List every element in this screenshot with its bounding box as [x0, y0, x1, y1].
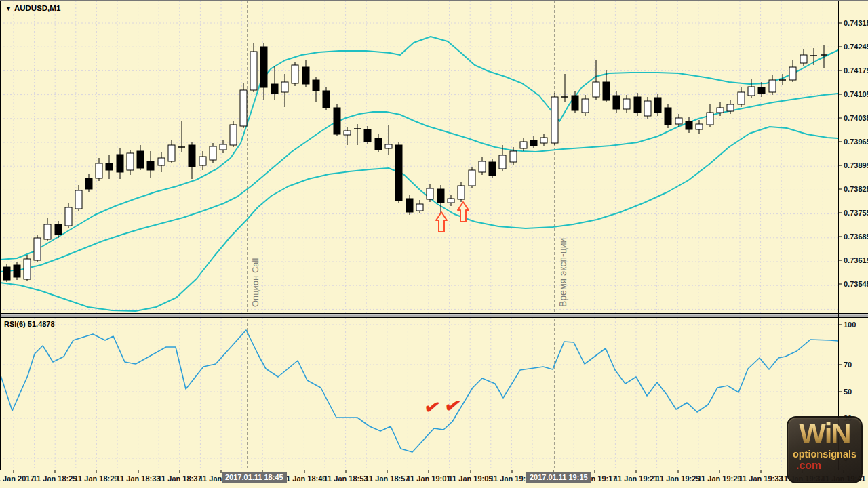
candle-body — [3, 267, 10, 280]
candle-body — [530, 140, 537, 146]
trading-terminal-chart: ✔✔0.743150.742450.741750.741050.740350.7… — [0, 0, 868, 488]
candle-body — [551, 97, 558, 143]
price-tick-label: 0.74105 — [844, 90, 868, 98]
expiry-time-line-label: Время эксп-ции — [557, 238, 568, 307]
candle-body — [96, 163, 102, 178]
time-tick-label: 11 Jan 19:01 — [407, 474, 451, 483]
time-tick-label: 11 Jan 19:21 — [614, 474, 658, 483]
candle-body — [582, 99, 589, 113]
candle-body — [158, 158, 165, 165]
winoptionsignals-logo: WiN optionsignals .com — [787, 416, 863, 483]
candle-body — [189, 145, 195, 167]
rsi-line — [0, 330, 838, 452]
candle-body — [458, 186, 465, 199]
time-tick-label: 11 Jan 19:05 — [449, 474, 493, 483]
candle-body — [65, 207, 72, 226]
candle-body — [230, 125, 237, 145]
time-tick-label: 11 Jan 19:33 — [739, 474, 783, 483]
time-tick-label: 11 Jan 18:57 — [366, 474, 410, 483]
time-tick-label: 11 Jan 18:53 — [324, 474, 368, 483]
candle-body — [748, 87, 755, 96]
candle-body — [654, 98, 661, 113]
rsi-level-label: 70 — [844, 361, 852, 369]
candle-body — [281, 82, 288, 92]
candle-body — [448, 199, 454, 203]
logo-title: WiN — [788, 420, 861, 447]
candle-body — [437, 189, 444, 203]
candle-body — [85, 178, 92, 189]
candle-body — [106, 163, 113, 170]
candle-body — [789, 67, 796, 80]
candle-body — [800, 55, 807, 63]
candle-body — [323, 91, 330, 108]
check-icon: ✔ — [442, 392, 463, 419]
time-tick-label: 11 Jan 18:37 — [158, 474, 202, 483]
candle-body — [292, 65, 298, 83]
candle-body — [375, 138, 382, 150]
panel-separator — [0, 313, 868, 318]
candle-body — [427, 188, 433, 199]
candle-body — [210, 146, 216, 160]
candle-body — [44, 224, 51, 239]
candle-body — [489, 162, 496, 176]
candle-body — [613, 96, 620, 109]
candle-body — [344, 131, 351, 135]
candle-body — [738, 92, 745, 104]
candle-body — [55, 224, 62, 235]
bollinger-upper-band — [0, 37, 838, 260]
time-tick-label: 11 Jan 18:29 — [75, 474, 119, 483]
candle-body — [758, 87, 765, 94]
candle-body — [696, 124, 703, 129]
candle-body — [593, 82, 599, 97]
candle-body — [623, 99, 630, 109]
option-call-line-label: Опцион Call — [250, 258, 260, 307]
candle-body — [137, 151, 144, 168]
price-chart-canvas[interactable]: ✔✔0.743150.742450.741750.741050.740350.7… — [0, 1, 868, 488]
time-marker-badge-open: 2017.01.11 18:45 — [222, 472, 287, 483]
candle-body — [14, 265, 20, 277]
candle-body — [199, 157, 206, 165]
logo-subtitle: optionsignals — [788, 449, 861, 460]
time-tick-label: 11 Jan 19:29 — [698, 474, 742, 483]
time-tick-label: 11 Jan 19:25 — [656, 474, 701, 483]
candle-body — [707, 113, 713, 125]
price-tick-label: 0.73895 — [844, 161, 868, 169]
rsi-level-label: 100 — [844, 321, 856, 329]
symbol-text: AUDUSD,M1 — [14, 4, 60, 12]
candle-body — [220, 144, 226, 150]
price-tick-label: 0.73615 — [844, 256, 868, 264]
candle-body — [385, 144, 392, 148]
symbol-label[interactable]: ▼AUDUSD,M1 — [5, 4, 60, 12]
check-icon: ✔ — [422, 394, 443, 420]
candle-body — [313, 80, 319, 91]
price-tick-label: 0.74175 — [844, 66, 868, 75]
chevron-down-icon[interactable]: ▼ — [5, 5, 12, 12]
candle-body — [364, 129, 371, 142]
candle-body — [75, 190, 82, 209]
candle-body — [603, 82, 610, 100]
candle-body — [302, 67, 309, 84]
candle-body — [240, 90, 247, 126]
price-tick-label: 0.74035 — [844, 114, 868, 122]
candle-body — [271, 84, 278, 94]
price-tick-label: 0.74245 — [844, 43, 868, 51]
candle-body — [644, 101, 651, 116]
candle-body — [479, 161, 486, 172]
price-tick-label: 0.73755 — [844, 209, 868, 217]
candle-body — [334, 108, 340, 134]
buy-arrow-icon — [436, 212, 447, 232]
candle-body — [469, 170, 475, 186]
candle-body — [520, 142, 527, 148]
bollinger-lower-band — [0, 127, 838, 311]
candle-body — [499, 155, 506, 169]
candle-body — [34, 238, 41, 260]
candle-body — [510, 151, 517, 162]
time-marker-badge-expiry: 2017.01.11 19:15 — [526, 472, 591, 483]
candle-body — [540, 138, 547, 143]
candle-body — [686, 121, 692, 129]
candle-body — [168, 145, 175, 161]
candle-body — [117, 155, 123, 172]
candle-body — [572, 96, 578, 110]
rsi-level-label: 50 — [844, 388, 852, 396]
candle-body — [675, 118, 682, 124]
